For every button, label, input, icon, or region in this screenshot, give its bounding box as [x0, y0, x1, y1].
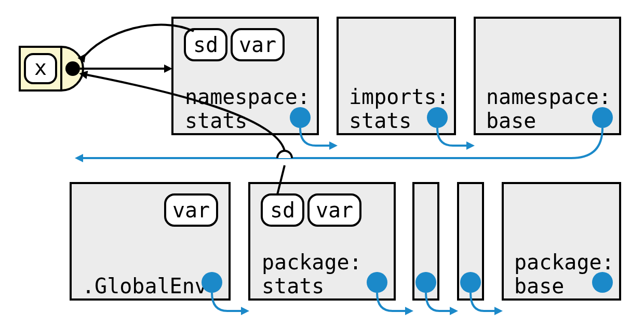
- closure-object: x: [20, 47, 83, 90]
- box-package-base: package: base: [503, 183, 620, 300]
- box-namespace-stats: sd var namespace: stats: [172, 18, 318, 134]
- closure-arg-label: x: [34, 56, 47, 80]
- environment-diagram: sd var namespace: stats imports: stats n…: [0, 0, 644, 325]
- box-title-line1: .GlobalEnv: [82, 274, 207, 298]
- pill-label: sd: [193, 33, 218, 57]
- pill-label: var: [239, 33, 276, 57]
- parent-pointer-dot: [592, 272, 613, 293]
- box-title-line2: base: [514, 274, 564, 298]
- box-package-stats: sd var package: stats: [249, 183, 395, 300]
- arrow-head-icon: [75, 154, 83, 162]
- parent-pointer-dot: [367, 272, 387, 293]
- parent-pointer-dot: [202, 272, 222, 293]
- arrow-head-icon: [241, 307, 249, 315]
- parent-pointer-dot: [427, 107, 448, 128]
- arrow-head-icon: [405, 307, 413, 315]
- arrow-head-icon: [329, 141, 338, 150]
- closure-env-dot: [65, 61, 80, 76]
- box-title-line2: stats: [262, 274, 324, 298]
- arrow-head-icon: [466, 141, 475, 150]
- box-imports-stats: imports: stats: [338, 18, 455, 134]
- box-title-line1: package:: [514, 250, 614, 274]
- pill-label: sd: [270, 198, 295, 222]
- box-title-line1: package:: [262, 250, 362, 274]
- box-title-line2: stats: [349, 109, 411, 133]
- box-spacer-2: [458, 183, 483, 300]
- box-title-line2: base: [486, 109, 536, 133]
- box-title-line1: namespace:: [185, 85, 310, 109]
- box-globalenv: var .GlobalEnv: [71, 183, 230, 300]
- parent-pointer-dot: [592, 107, 613, 128]
- box-namespace-base: namespace: base: [475, 18, 620, 134]
- parent-pointer-dot: [415, 272, 436, 293]
- box-title-line1: namespace:: [486, 85, 611, 109]
- box-spacer-1: [413, 183, 438, 300]
- arrow-head-icon: [164, 64, 172, 73]
- pill-label: var: [316, 198, 353, 222]
- arrow-head-icon: [494, 307, 503, 315]
- box-title-line1: imports:: [349, 85, 449, 109]
- box-title-line2: stats: [185, 109, 247, 133]
- parent-pointer-dot: [290, 107, 311, 128]
- pill-label: var: [172, 198, 210, 222]
- parent-pointer-dot: [460, 272, 481, 293]
- arrow-head-icon: [450, 307, 458, 315]
